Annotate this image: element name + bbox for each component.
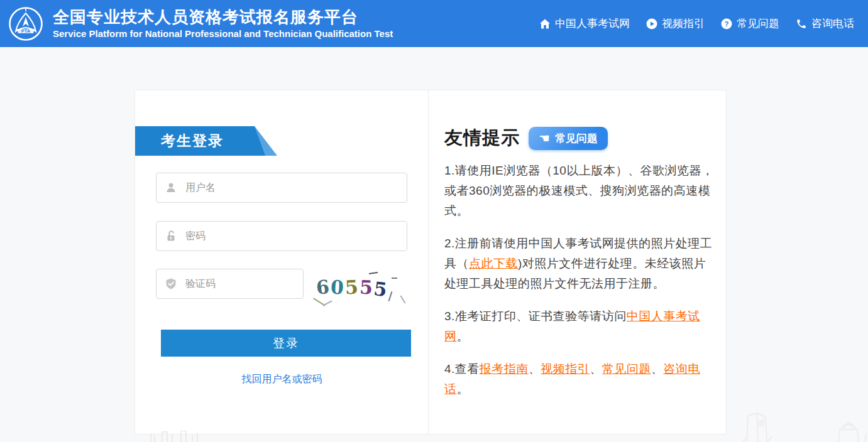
forgot-credentials-link[interactable]: 找回用户名或密码 xyxy=(135,373,429,386)
login-panel-header: 考生登录 xyxy=(135,126,286,156)
tips-panel: 友情提示 ☚ 常见问题 1.请使用IE浏览器（10以上版本）、谷歌浏览器，或者3… xyxy=(429,90,727,434)
login-panel-title: 考生登录 xyxy=(161,126,224,156)
captcha-noise xyxy=(392,278,397,279)
home-icon xyxy=(539,18,551,30)
tip-text: 。 xyxy=(457,382,470,396)
svg-text:PTA: PTA xyxy=(21,28,31,34)
main-card: 考生登录 60555 xyxy=(135,90,727,434)
captcha-digit: 0 xyxy=(330,274,344,300)
nav-cpta-site[interactable]: 中国人事考试网 xyxy=(539,16,630,31)
captcha-digit: 5 xyxy=(359,275,373,301)
pta-emblem-icon: PTA xyxy=(8,6,44,42)
tip-text: 、 xyxy=(651,362,664,375)
captcha-digit: 5 xyxy=(372,276,388,303)
username-field xyxy=(156,173,407,203)
captcha-field xyxy=(156,269,304,299)
pointing-hand-icon: ☚ xyxy=(539,132,550,144)
nav-label: 视频指引 xyxy=(662,16,705,31)
play-circle-icon xyxy=(646,18,657,30)
tip-paragraph-4: 4.查看报考指南、视频指引、常见问题、咨询电话。 xyxy=(444,359,715,399)
tips-title: 友情提示 xyxy=(444,126,520,151)
tip-text: 、 xyxy=(590,362,602,375)
tip-text: 3.准考证打印、证书查验等请访问 xyxy=(444,310,627,323)
captcha-input[interactable] xyxy=(156,269,304,299)
tip-link[interactable]: 视频指引 xyxy=(541,362,590,375)
captcha-image[interactable]: 60555 xyxy=(311,272,409,303)
login-button[interactable]: 登录 xyxy=(161,330,411,357)
page-title: 全国专业技术人员资格考试报名服务平台 xyxy=(53,8,393,26)
building-flag-illustration xyxy=(742,412,786,442)
captcha-noise xyxy=(369,272,378,274)
svg-text:?: ? xyxy=(725,20,729,28)
tips-body: 1.请使用IE浏览器（10以上版本）、谷歌浏览器，或者360浏览器的极速模式、搜… xyxy=(444,161,715,399)
tip-text: 。 xyxy=(457,330,470,343)
tip-paragraph-3: 3.准考证打印、证书查验等请访问中国人事考试网。 xyxy=(444,306,715,347)
password-input[interactable] xyxy=(156,221,407,251)
username-input[interactable] xyxy=(156,173,407,203)
page-subtitle: Service Platform for National Profession… xyxy=(53,28,393,40)
tips-header: 友情提示 ☚ 常见问题 xyxy=(444,126,715,151)
captcha-digit: 6 xyxy=(315,274,330,301)
captcha-noise xyxy=(400,296,405,304)
faq-badge-label: 常见问题 xyxy=(555,131,598,146)
login-panel: 考生登录 60555 xyxy=(135,90,429,434)
captcha-digit: 5 xyxy=(344,274,359,300)
brand-text: 全国专业技术人员资格考试报名服务平台 Service Platform for … xyxy=(53,8,393,40)
tip-paragraph-2: 2.注册前请使用中国人事考试网提供的照片处理工具（点此下载)对照片文件进行处理。… xyxy=(444,234,715,294)
nav-label: 中国人事考试网 xyxy=(555,16,630,31)
phone-icon xyxy=(796,18,807,30)
gate-building-illustration xyxy=(830,421,868,442)
question-circle-icon: ? xyxy=(721,18,732,30)
brand: PTA 全国专业技术人员资格考试报名服务平台 Service Platform … xyxy=(8,6,393,42)
captcha-noise xyxy=(322,300,332,306)
tip-text: 4.查看 xyxy=(444,362,480,375)
nav-phone[interactable]: 咨询电话 xyxy=(796,16,854,31)
tip-link[interactable]: 点此下载 xyxy=(469,257,518,270)
faq-badge-button[interactable]: ☚ 常见问题 xyxy=(529,127,608,150)
nav-faq[interactable]: ? 常见问题 xyxy=(721,16,779,31)
nav-video-guide[interactable]: 视频指引 xyxy=(646,16,705,31)
captcha-digits: 60555 xyxy=(316,275,387,300)
password-field xyxy=(156,221,407,251)
tip-text: 1.请使用IE浏览器（10以上版本）、谷歌浏览器，或者360浏览器的极速模式、搜… xyxy=(444,164,713,217)
tip-text: 、 xyxy=(529,362,541,375)
tip-paragraph-1: 1.请使用IE浏览器（10以上版本）、谷歌浏览器，或者360浏览器的极速模式、搜… xyxy=(444,161,715,221)
tip-link[interactable]: 报考指南 xyxy=(480,362,529,375)
nav-label: 常见问题 xyxy=(737,16,779,31)
nav-label: 咨询电话 xyxy=(811,16,854,31)
tip-link[interactable]: 常见问题 xyxy=(602,362,651,375)
top-nav: 中国人事考试网 视频指引 ? 常见问题 咨询电话 xyxy=(539,16,854,31)
app-header: PTA 全国专业技术人员资格考试报名服务平台 Service Platform … xyxy=(0,0,868,47)
captcha-noise xyxy=(388,291,393,301)
